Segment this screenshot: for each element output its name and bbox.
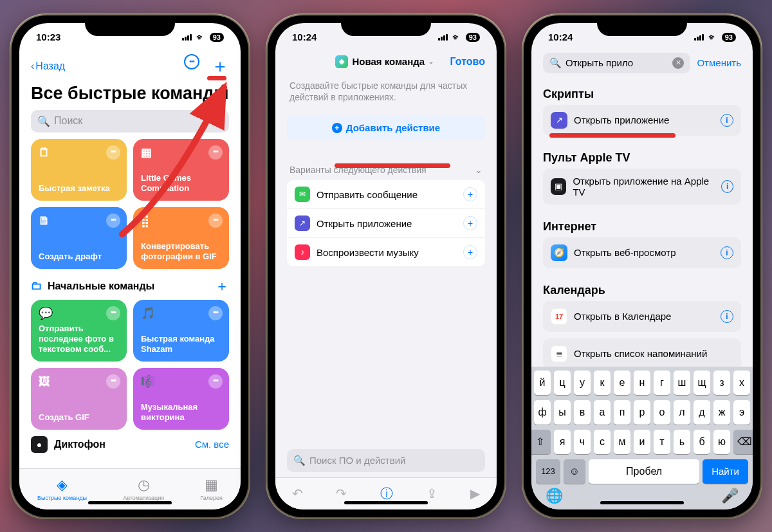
result-calendar[interactable]: 17 Открыть в Календаре i bbox=[543, 301, 741, 332]
back-button[interactable]: ‹ Назад bbox=[31, 60, 65, 72]
info-button[interactable]: i bbox=[721, 114, 733, 127]
shortcut-tile[interactable]: 🖼•••Создать GIF bbox=[31, 368, 127, 430]
info-button[interactable]: i bbox=[721, 246, 733, 259]
result-label: Открыть приложение bbox=[574, 115, 669, 125]
key-о[interactable]: о bbox=[654, 400, 670, 425]
key-и[interactable]: и bbox=[634, 430, 650, 454]
key-т[interactable]: т bbox=[654, 430, 670, 454]
result-reminders[interactable]: ≣ Открыть список напоминаний bbox=[543, 338, 741, 367]
key-с[interactable]: с bbox=[594, 430, 611, 454]
info-button[interactable]: ⓘ bbox=[380, 485, 393, 502]
tile-more-icon[interactable]: ••• bbox=[208, 306, 223, 320]
find-key[interactable]: Найти bbox=[703, 459, 748, 484]
key-б[interactable]: б bbox=[694, 430, 710, 454]
signal-icon bbox=[182, 34, 192, 41]
info-button[interactable]: i bbox=[721, 310, 733, 323]
tile-more-icon[interactable]: ••• bbox=[208, 214, 223, 228]
share-button[interactable]: ⇪ bbox=[427, 486, 437, 501]
key-ф[interactable]: ф bbox=[534, 400, 551, 425]
emoji-key[interactable]: ☺ bbox=[564, 459, 585, 484]
chevron-down-icon[interactable]: ⌄ bbox=[475, 165, 482, 175]
key-х[interactable]: х bbox=[733, 371, 750, 395]
key-э[interactable]: э bbox=[733, 400, 750, 425]
home-indicator bbox=[344, 501, 428, 504]
add-icon[interactable]: + bbox=[463, 216, 477, 230]
tab-automation[interactable]: ◷Автоматизация bbox=[123, 477, 164, 501]
key-в[interactable]: в bbox=[574, 400, 591, 425]
tile-more-icon[interactable]: ••• bbox=[106, 306, 120, 320]
key-щ[interactable]: щ bbox=[694, 371, 710, 395]
shortcut-title[interactable]: ◈ Новая команда ⌄ bbox=[335, 55, 434, 68]
search-input[interactable]: 🔍 Поиск bbox=[31, 110, 229, 133]
tile-more-icon[interactable]: ••• bbox=[208, 374, 223, 389]
cancel-button[interactable]: Отменить bbox=[697, 57, 741, 68]
result-apple-tv[interactable]: ▣ Открыть приложение на Apple TV i bbox=[543, 169, 741, 205]
undo-button[interactable]: ↶ bbox=[292, 486, 303, 501]
key-р[interactable]: р bbox=[634, 400, 650, 425]
key-ь[interactable]: ь bbox=[674, 430, 690, 454]
add-action-button[interactable]: + Добавить действие bbox=[287, 115, 485, 140]
shift-key[interactable]: ⇧ bbox=[531, 430, 551, 454]
result-open-app[interactable]: ↗ Открыть приложение i bbox=[543, 105, 741, 136]
tile-label: Музыкальная викторина bbox=[141, 402, 221, 423]
add-button[interactable]: ＋ bbox=[211, 54, 229, 78]
tile-more-icon[interactable]: ••• bbox=[106, 374, 120, 389]
space-key[interactable]: Пробел bbox=[589, 459, 699, 484]
key-д[interactable]: д bbox=[694, 400, 710, 425]
tab-gallery[interactable]: ▦Галерея bbox=[200, 477, 223, 501]
key-я[interactable]: я bbox=[554, 430, 571, 454]
shortcut-tile[interactable]: 🎼•••Музыкальная викторина bbox=[133, 368, 229, 430]
numbers-key[interactable]: 123 bbox=[536, 459, 560, 484]
key-п[interactable]: п bbox=[614, 400, 630, 425]
key-е[interactable]: е bbox=[614, 371, 630, 395]
key-ч[interactable]: ч bbox=[574, 430, 591, 454]
key-й[interactable]: й bbox=[534, 371, 551, 395]
key-г[interactable]: г bbox=[654, 371, 670, 395]
shortcut-tile[interactable]: 🗒•••Быстрая заметка bbox=[31, 139, 127, 201]
tile-more-icon[interactable]: ••• bbox=[106, 214, 120, 228]
key-ш[interactable]: ш bbox=[674, 371, 690, 395]
add-icon[interactable]: + bbox=[463, 245, 477, 259]
key-к[interactable]: к bbox=[594, 371, 611, 395]
shortcut-tile[interactable]: 🎵•••Быстрая команда Shazam bbox=[133, 300, 229, 362]
search-input[interactable]: 🔍 Открыть прило ✕ bbox=[543, 53, 690, 73]
status-time: 10:24 bbox=[292, 32, 317, 42]
key-л[interactable]: л bbox=[674, 400, 690, 425]
result-web[interactable]: 🧭 Открыть веб-просмотр i bbox=[543, 237, 741, 268]
info-button[interactable]: i bbox=[721, 180, 733, 193]
key-м[interactable]: м bbox=[614, 430, 630, 454]
mic-key[interactable]: 🎤 bbox=[721, 488, 739, 504]
key-ю[interactable]: ю bbox=[713, 430, 730, 454]
key-ы[interactable]: ы bbox=[554, 400, 571, 425]
play-button[interactable]: ▶ bbox=[470, 486, 480, 501]
list-item-dictaphone[interactable]: ●Диктофон См. все bbox=[19, 430, 241, 459]
suggestion-row[interactable]: ✉Отправить сообщение+ bbox=[287, 180, 485, 209]
key-ц[interactable]: ц bbox=[554, 371, 571, 395]
add-folder-button[interactable]: ＋ bbox=[215, 277, 229, 296]
search-actions-input[interactable]: 🔍 Поиск ПО и действий bbox=[287, 449, 485, 472]
backspace-key[interactable]: ⌫ bbox=[733, 430, 753, 454]
key-н[interactable]: н bbox=[634, 371, 650, 395]
shortcut-tile[interactable]: ▦•••Little Games Compilation bbox=[133, 139, 229, 201]
shortcut-tile[interactable]: ⣿•••Конвертировать фотографии в GIF bbox=[133, 207, 229, 269]
more-button[interactable]: ••• bbox=[184, 54, 199, 69]
tile-more-icon[interactable]: ••• bbox=[106, 145, 120, 160]
tile-more-icon[interactable]: ••• bbox=[208, 145, 223, 160]
done-button[interactable]: Готово bbox=[450, 56, 485, 68]
key-з[interactable]: з bbox=[713, 371, 730, 395]
key-у[interactable]: у bbox=[574, 371, 591, 395]
tab-shortcuts[interactable]: ◈Быстрые команды bbox=[37, 477, 87, 501]
add-icon[interactable]: + bbox=[463, 187, 477, 201]
shortcut-tile[interactable]: 💬•••Отправить последнее фото в текстовом… bbox=[31, 300, 127, 362]
see-all-link[interactable]: См. все bbox=[195, 439, 229, 450]
suggestion-row[interactable]: ♪Воспроизвести музыку+ bbox=[287, 238, 485, 266]
suggestion-row[interactable]: ↗Открыть приложение+ bbox=[287, 209, 485, 238]
key-а[interactable]: а bbox=[594, 400, 611, 425]
key-ж[interactable]: ж bbox=[713, 400, 730, 425]
redo-button[interactable]: ↷ bbox=[336, 486, 347, 501]
shortcut-tile[interactable]: 🗎•••Создать драфт bbox=[31, 207, 127, 269]
suggestion-label: Воспроизвести музыку bbox=[317, 247, 419, 258]
globe-key[interactable]: 🌐 bbox=[546, 488, 563, 504]
tile-label: Создать GIF bbox=[39, 412, 119, 423]
clear-button[interactable]: ✕ bbox=[672, 57, 684, 69]
